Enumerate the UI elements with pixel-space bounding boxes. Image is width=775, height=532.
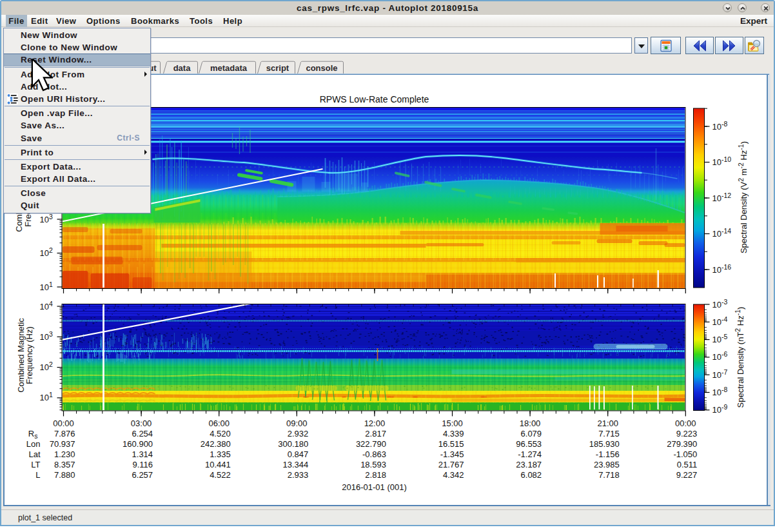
svg-text:0.847: 0.847: [287, 449, 308, 459]
svg-text:1.335: 1.335: [210, 449, 231, 459]
svg-text:6.254: 6.254: [132, 429, 153, 438]
svg-text:6.257: 6.257: [132, 470, 153, 480]
svg-text:21.767: 21.767: [438, 460, 464, 469]
svg-text:21:00: 21:00: [597, 419, 618, 428]
svg-text:12:00: 12:00: [364, 419, 385, 428]
svg-text:6.079: 6.079: [520, 429, 542, 438]
svg-text:10.441: 10.441: [204, 460, 230, 469]
svg-text:Lat: Lat: [28, 449, 40, 459]
svg-text:Lon: Lon: [26, 439, 40, 449]
svg-text:RPWS Low-Rate Complete: RPWS Low-Rate Complete: [319, 94, 429, 104]
svg-text:300.180: 300.180: [278, 439, 308, 449]
svg-text:metadata: metadata: [210, 63, 248, 73]
svg-text:Spectral Density (nT2 Hz-1): Spectral Density (nT2 Hz-1): [734, 307, 745, 408]
svg-text:7.880: 7.880: [54, 470, 75, 480]
svg-text:7.715: 7.715: [598, 429, 620, 438]
svg-text:6.082: 6.082: [520, 470, 542, 480]
svg-text:L: L: [35, 470, 40, 480]
svg-text:23.985: 23.985: [593, 460, 619, 469]
svg-text:4.339: 4.339: [442, 429, 464, 438]
svg-text:4.520: 4.520: [210, 429, 231, 438]
svg-text:09:00: 09:00: [286, 419, 308, 428]
svg-text:13.344: 13.344: [282, 460, 308, 469]
svg-text:0.511: 0.511: [676, 460, 697, 469]
svg-text:03:00: 03:00: [130, 419, 152, 428]
svg-text:16.515: 16.515: [438, 439, 464, 449]
svg-text:-1.274: -1.274: [518, 449, 542, 459]
svg-text:4.522: 4.522: [210, 470, 231, 480]
svg-text:23.187: 23.187: [516, 460, 542, 469]
svg-text:1.230: 1.230: [54, 449, 75, 459]
svg-text:2.933: 2.933: [287, 470, 308, 480]
svg-text:-0.863: -0.863: [362, 449, 386, 459]
svg-text:-1.345: -1.345: [440, 449, 464, 459]
svg-text:00:00: 00:00: [675, 419, 696, 428]
svg-text:data: data: [173, 63, 191, 73]
svg-text:2.818: 2.818: [365, 470, 386, 480]
svg-text:Frequency (Hz): Frequency (Hz): [25, 326, 34, 384]
svg-text:4.342: 4.342: [442, 470, 464, 480]
svg-text:Spectral Density (V2 m-2 Hz-1): Spectral Density (V2 m-2 Hz-1): [737, 141, 749, 253]
svg-text:242.380: 242.380: [200, 439, 230, 449]
svg-text:1.314: 1.314: [132, 449, 153, 459]
svg-text:279.390: 279.390: [667, 439, 697, 449]
svg-text:2.817: 2.817: [365, 429, 386, 438]
svg-text:script: script: [266, 63, 289, 73]
svg-text:322.790: 322.790: [355, 439, 386, 449]
svg-text:18.593: 18.593: [360, 460, 386, 469]
svg-text:-1.050: -1.050: [673, 449, 697, 459]
svg-text:15:00: 15:00: [442, 419, 463, 428]
svg-text:96.553: 96.553: [516, 439, 542, 449]
svg-text:9.116: 9.116: [132, 460, 153, 469]
svg-text:160.900: 160.900: [123, 439, 153, 449]
svg-text:70.937: 70.937: [49, 439, 75, 449]
svg-text:18:00: 18:00: [519, 419, 540, 428]
svg-text:9.227: 9.227: [676, 470, 697, 480]
svg-text:185.930: 185.930: [589, 439, 619, 449]
svg-text:7.718: 7.718: [598, 470, 620, 480]
svg-text:-1.156: -1.156: [595, 449, 619, 459]
svg-text:8.357: 8.357: [54, 460, 75, 469]
svg-text:9.223: 9.223: [676, 429, 697, 438]
svg-text:2.932: 2.932: [287, 429, 308, 438]
svg-text:00:00: 00:00: [53, 419, 74, 428]
svg-text:console: console: [306, 63, 337, 73]
svg-text:06:00: 06:00: [208, 419, 230, 428]
svg-text:2016-01-01 (001): 2016-01-01 (001): [342, 482, 406, 492]
svg-text:7.876: 7.876: [54, 429, 75, 438]
svg-text:LT: LT: [31, 460, 40, 469]
